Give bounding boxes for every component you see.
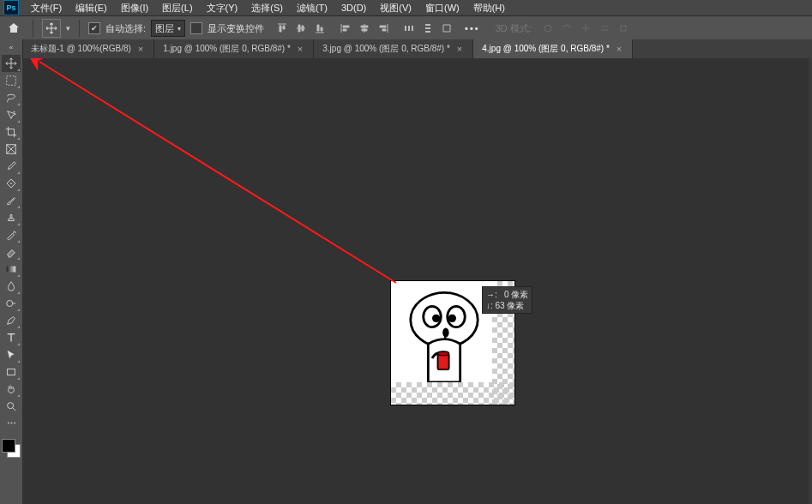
- document-tab[interactable]: 未标题-1 @ 100%(RGB/8) ×: [22, 39, 154, 58]
- svg-rect-2: [412, 26, 413, 31]
- slide-3d-icon[interactable]: [597, 21, 612, 36]
- svg-point-25: [438, 351, 449, 356]
- app-logo: Ps: [3, 0, 19, 15]
- svg-point-14: [7, 301, 13, 307]
- brush-tool[interactable]: [2, 192, 21, 209]
- close-icon[interactable]: ×: [615, 44, 623, 54]
- orbit-3d-icon[interactable]: [540, 21, 556, 36]
- separator: [79, 20, 80, 37]
- menu-select[interactable]: 选择(S): [244, 0, 290, 16]
- auto-select-label: 自动选择:: [105, 22, 146, 35]
- menu-window[interactable]: 窗口(W): [418, 0, 466, 16]
- canvas-area[interactable]: →: 0 像素 ↓: 63 像素: [22, 58, 812, 504]
- distribute-group: [401, 21, 454, 36]
- align-group-2: [338, 21, 391, 36]
- zoom-3d-icon[interactable]: [616, 21, 631, 36]
- crop-tool[interactable]: [2, 123, 21, 141]
- menu-edit[interactable]: 编辑(E): [69, 0, 114, 16]
- edit-toolbar-icon[interactable]: ⋯: [2, 415, 21, 432]
- document-tab[interactable]: 3.jpg @ 100% (图层 0, RGB/8#) * ×: [314, 39, 473, 58]
- close-icon[interactable]: ×: [136, 44, 145, 54]
- lasso-tool[interactable]: [2, 89, 21, 106]
- distribute-v-icon[interactable]: [420, 21, 436, 36]
- drag-info-tooltip: →: 0 像素 ↓: 63 像素: [482, 286, 532, 314]
- svg-rect-3: [425, 24, 430, 26]
- frame-tool[interactable]: [2, 141, 21, 158]
- svg-point-6: [544, 25, 551, 32]
- menu-image[interactable]: 图像(I): [114, 0, 155, 16]
- menu-type[interactable]: 文字(Y): [200, 0, 245, 16]
- svg-rect-0: [405, 26, 406, 31]
- clone-stamp-tool[interactable]: [2, 209, 21, 226]
- move-arrows-icon: [45, 22, 57, 34]
- distribute-space-icon[interactable]: [439, 21, 454, 36]
- rectangle-tool[interactable]: [2, 363, 21, 381]
- align-vcenter-icon[interactable]: [293, 21, 309, 36]
- svg-rect-15: [8, 369, 15, 375]
- home-button[interactable]: [3, 18, 24, 39]
- marquee-tool[interactable]: [2, 72, 21, 89]
- foreground-color[interactable]: [2, 439, 15, 453]
- align-left-icon[interactable]: [338, 21, 353, 36]
- svg-line-26: [39, 62, 396, 283]
- tab-label: 3.jpg @ 100% (图层 0, RGB/8#) *: [322, 43, 450, 55]
- align-top-icon[interactable]: [274, 21, 290, 36]
- pen-tool[interactable]: [2, 312, 21, 329]
- tooltip-line2: ↓: 63 像素: [486, 301, 524, 310]
- options-bar: ▾ ✔ 自动选择: 图层 ▾ 显示变换控件 ••• 3D 模式:: [0, 15, 812, 41]
- menu-layer[interactable]: 图层(L): [155, 0, 199, 16]
- tab-label: 4.jpg @ 100% (图层 0, RGB/8#) *: [482, 43, 610, 55]
- align-hcenter-icon[interactable]: [357, 21, 372, 36]
- svg-rect-4: [425, 27, 430, 29]
- document-tab-bar: 未标题-1 @ 100%(RGB/8) × 1.jpg @ 100% (图层 0…: [22, 39, 812, 59]
- menu-filter[interactable]: 滤镜(T): [290, 0, 334, 16]
- show-transform-label: 显示变换控件: [208, 22, 264, 35]
- auto-select-dropdown[interactable]: 图层 ▾: [151, 20, 185, 37]
- close-icon[interactable]: ×: [296, 44, 304, 54]
- tooltip-line1: →: 0 像素: [486, 290, 528, 299]
- dodge-tool[interactable]: [2, 295, 21, 312]
- history-brush-tool[interactable]: [2, 226, 21, 243]
- color-swatches[interactable]: [2, 439, 21, 458]
- svg-point-12: [10, 183, 12, 184]
- close-icon[interactable]: ×: [455, 44, 464, 54]
- panel-collapse-icon[interactable]: «: [1, 43, 21, 51]
- separator: [33, 20, 33, 37]
- chevron-down-icon: ▾: [177, 25, 181, 33]
- zoom-tool[interactable]: [2, 398, 21, 415]
- tab-label: 未标题-1 @ 100%(RGB/8): [31, 43, 131, 55]
- roll-3d-icon[interactable]: [559, 21, 574, 36]
- right-scroll-edge[interactable]: [809, 58, 812, 504]
- auto-select-checkbox[interactable]: ✔: [88, 22, 100, 34]
- more-options-icon[interactable]: •••: [460, 23, 485, 33]
- spot-heal-tool[interactable]: [2, 175, 21, 192]
- quick-select-tool[interactable]: [2, 106, 21, 123]
- distribute-h-icon[interactable]: [401, 21, 417, 36]
- menu-3d[interactable]: 3D(D): [334, 1, 373, 15]
- svg-point-20: [432, 315, 440, 322]
- gradient-tool[interactable]: [2, 261, 21, 278]
- menu-view[interactable]: 视图(V): [373, 0, 418, 16]
- pan-3d-icon[interactable]: [578, 21, 593, 36]
- show-transform-checkbox[interactable]: [190, 22, 202, 34]
- align-right-icon[interactable]: [376, 21, 391, 36]
- menu-bar: Ps 文件(F) 编辑(E) 图像(I) 图层(L) 文字(Y) 选择(S) 滤…: [0, 0, 812, 15]
- eraser-tool[interactable]: [2, 243, 21, 261]
- menu-help[interactable]: 帮助(H): [466, 0, 512, 16]
- tool-panel: «: [0, 39, 23, 504]
- move-tool[interactable]: [2, 55, 21, 72]
- hand-tool[interactable]: [2, 381, 21, 398]
- type-tool[interactable]: [2, 329, 21, 346]
- auto-select-value: 图层: [155, 22, 174, 35]
- mode3d-group: [540, 21, 631, 36]
- document-tab-active[interactable]: 4.jpg @ 100% (图层 0, RGB/8#) * ×: [473, 39, 633, 58]
- move-tool-indicator[interactable]: [42, 19, 61, 38]
- blur-tool[interactable]: [2, 278, 21, 295]
- svg-rect-8: [7, 76, 16, 86]
- menu-file[interactable]: 文件(F): [24, 0, 69, 16]
- path-select-tool[interactable]: [2, 346, 21, 363]
- document-tab[interactable]: 1.jpg @ 100% (图层 0, RGB/8#) * ×: [154, 39, 314, 58]
- eyedropper-tool[interactable]: [2, 158, 21, 175]
- align-bottom-icon[interactable]: [312, 21, 328, 36]
- svg-point-21: [448, 315, 456, 322]
